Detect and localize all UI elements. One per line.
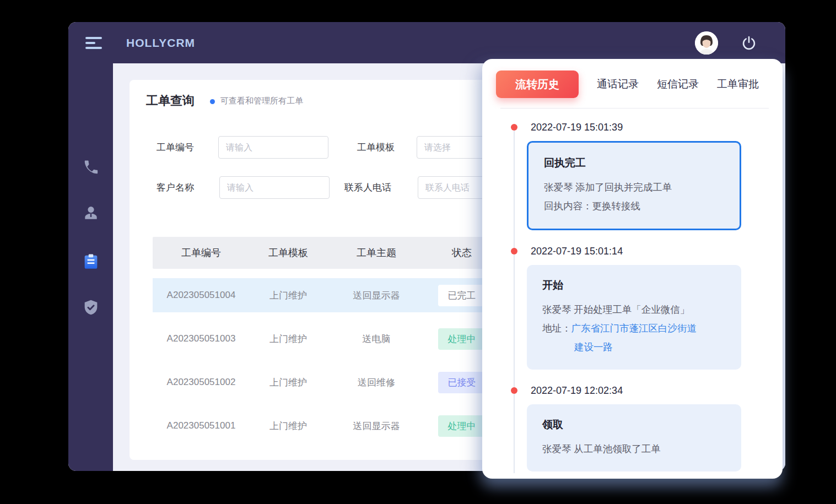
cell-subject: 送回显示器 bbox=[327, 289, 426, 302]
table-row[interactable]: A202305051001上门维护送回显示器处理中 bbox=[153, 409, 505, 443]
table-row[interactable]: A202305051004上门维护送回显示器已完工 bbox=[153, 278, 505, 312]
timeline-card-line: 地址：广东省江门市蓬江区白沙街道 bbox=[542, 319, 726, 338]
sidebar bbox=[68, 63, 113, 471]
power-icon[interactable] bbox=[741, 35, 757, 51]
filter-label-contact-phone: 联系人电话 bbox=[344, 176, 391, 199]
workorder-table: 工单编号 工单模板 工单主题 状态 A202305051004上门维护送回显示器… bbox=[153, 237, 505, 443]
table-header-order-id: 工单编号 bbox=[153, 246, 250, 259]
cell-order-id: A202305051001 bbox=[153, 420, 250, 431]
status-badge: 处理中 bbox=[438, 328, 486, 350]
timeline-card-line: 张爱琴 开始处理工单「企业微信」 bbox=[542, 300, 726, 319]
history-panel: 流转历史 通话记录 短信记录 工单审批 2022-07-19 15:01:39回… bbox=[482, 59, 783, 479]
address-link[interactable]: 建设一路 bbox=[574, 342, 613, 353]
page-subtitle: 可查看和管理所有工单 bbox=[220, 96, 303, 106]
tab-call-records[interactable]: 通话记录 bbox=[597, 77, 639, 91]
cell-subject: 送回维修 bbox=[327, 376, 426, 389]
table-header-template: 工单模板 bbox=[250, 246, 327, 259]
sidebar-item-contacts[interactable] bbox=[68, 198, 113, 229]
table-row[interactable]: A202305051003上门维护送电脑处理中 bbox=[153, 322, 505, 356]
filter-label-order-id: 工单编号 bbox=[157, 136, 194, 159]
sidebar-item-phone[interactable] bbox=[68, 152, 113, 183]
timeline-timestamp: 2022-07-19 15:01:14 bbox=[482, 245, 783, 258]
avatar-image bbox=[695, 31, 718, 55]
title-dot bbox=[210, 99, 215, 104]
timeline-card: 领取张爱琴 从工单池领取了工单 bbox=[527, 404, 741, 472]
tab-sms-records[interactable]: 短信记录 bbox=[657, 77, 699, 91]
timeline-text: 地址： bbox=[542, 323, 571, 334]
cell-subject: 送回显示器 bbox=[327, 420, 426, 432]
workorder-clipboard-icon bbox=[82, 252, 100, 271]
customer-name-input[interactable] bbox=[219, 176, 330, 199]
timeline-card-title: 开始 bbox=[542, 278, 726, 292]
timeline-timestamp: 2022-07-19 12:02:34 bbox=[482, 384, 783, 397]
timeline-card-line: 张爱琴 添加了回执并完成工单 bbox=[544, 178, 724, 197]
timeline-dot-icon bbox=[511, 124, 517, 131]
page-title: 工单查询 bbox=[146, 93, 195, 109]
tab-approval[interactable]: 工单审批 bbox=[717, 77, 759, 91]
timeline-entry: 2022-07-19 15:01:39回执完工张爱琴 添加了回执并完成工单回执内… bbox=[482, 121, 783, 230]
timeline-text: 回执内容：更换转接线 bbox=[544, 200, 640, 212]
panel-tabs: 流转历史 通话记录 短信记录 工单审批 bbox=[482, 59, 783, 98]
timeline-card-line: 回执内容：更换转接线 bbox=[544, 197, 724, 215]
tab-flow-history[interactable]: 流转历史 bbox=[496, 71, 579, 98]
cell-template: 上门维护 bbox=[250, 420, 327, 432]
timeline-dot-icon bbox=[511, 387, 517, 394]
top-bar: HOLLYCRM bbox=[68, 22, 785, 63]
status-badge: 已完工 bbox=[438, 285, 486, 306]
timeline-card-line: 建设一路 bbox=[542, 338, 726, 356]
menu-bar bbox=[85, 47, 102, 49]
timeline-entry: 2022-07-19 15:01:14开始张爱琴 开始处理工单「企业微信」地址：… bbox=[482, 245, 783, 370]
cell-template: 上门维护 bbox=[250, 333, 327, 345]
shield-check-icon bbox=[82, 299, 100, 316]
timeline-card-highlighted: 回执完工张爱琴 添加了回执并完成工单回执内容：更换转接线 bbox=[527, 141, 741, 230]
table-header-subject: 工单主题 bbox=[327, 246, 426, 259]
timeline-card-line: 张爱琴 从工单池领取了工单 bbox=[542, 440, 726, 458]
sidebar-item-workorders[interactable] bbox=[68, 246, 113, 277]
menu-icon[interactable] bbox=[85, 37, 102, 49]
status-badge: 已接受 bbox=[438, 372, 486, 393]
filter-label-template: 工单模板 bbox=[357, 136, 395, 159]
timeline-card: 开始张爱琴 开始处理工单「企业微信」地址：广东省江门市蓬江区白沙街道建设一路 bbox=[527, 265, 741, 370]
filter-label-customer: 客户名称 bbox=[157, 176, 194, 199]
menu-bar bbox=[85, 37, 102, 39]
status-badge: 处理中 bbox=[438, 415, 486, 437]
avatar[interactable] bbox=[695, 31, 718, 55]
table-body: A202305051004上门维护送回显示器已完工A202305051003上门… bbox=[153, 278, 505, 443]
cell-order-id: A202305051004 bbox=[153, 290, 250, 301]
timeline-text: 张爱琴 开始处理工单「企业微信」 bbox=[542, 304, 689, 315]
cell-template: 上门维护 bbox=[250, 376, 327, 389]
tabs-divider bbox=[500, 108, 769, 109]
contact-icon bbox=[82, 204, 100, 222]
timeline-text: 张爱琴 添加了回执并完成工单 bbox=[544, 182, 672, 193]
address-link[interactable]: 广东省江门市蓬江区白沙街道 bbox=[571, 323, 697, 334]
brand-logo: HOLLYCRM bbox=[126, 36, 195, 50]
timeline-timestamp: 2022-07-19 15:01:39 bbox=[482, 121, 783, 134]
cell-order-id: A202305051003 bbox=[153, 333, 250, 344]
timeline-dot-icon bbox=[511, 248, 517, 254]
timeline-card-title: 领取 bbox=[542, 418, 726, 432]
cell-subject: 送电脑 bbox=[327, 333, 426, 345]
timeline-text: 张爱琴 从工单池领取了工单 bbox=[542, 443, 661, 454]
table-row[interactable]: A202305051002上门维护送回维修已接受 bbox=[153, 365, 505, 399]
timeline: 2022-07-19 15:01:39回执完工张爱琴 添加了回执并完成工单回执内… bbox=[482, 121, 783, 473]
timeline-card-title: 回执完工 bbox=[544, 156, 724, 170]
order-id-input[interactable] bbox=[218, 136, 328, 159]
timeline-entry: 2022-07-19 12:02:34领取张爱琴 从工单池领取了工单 bbox=[482, 384, 783, 472]
cell-template: 上门维护 bbox=[250, 289, 327, 302]
cell-order-id: A202305051002 bbox=[153, 377, 250, 388]
phone-icon bbox=[83, 159, 99, 176]
table-header: 工单编号 工单模板 工单主题 状态 bbox=[153, 237, 505, 269]
menu-bar bbox=[85, 42, 95, 44]
sidebar-item-security[interactable] bbox=[68, 292, 113, 323]
